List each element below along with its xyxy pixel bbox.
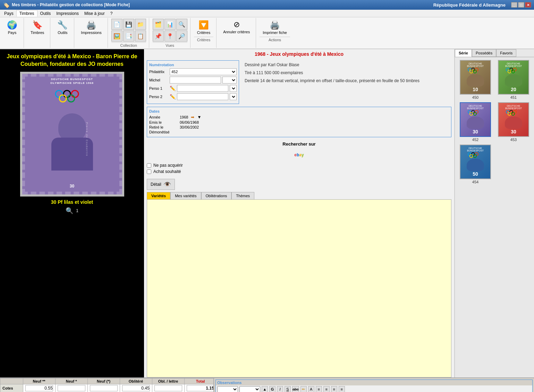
philatelix-select[interactable]: 452: [170, 68, 237, 75]
obs-bold-btn[interactable]: G: [269, 386, 276, 392]
svg-point-21: [510, 110, 513, 113]
minimize-button[interactable]: _: [511, 2, 517, 8]
michel-input[interactable]: [170, 77, 221, 84]
vues-icon-5[interactable]: 📍: [164, 31, 176, 42]
cotes-obl-lettre-input[interactable]: [154, 385, 182, 391]
criteres-button[interactable]: 🔽 Critères: [194, 19, 214, 36]
svg-point-4: [68, 95, 75, 102]
cotes-neuf2-input[interactable]: [25, 385, 53, 391]
detail-button[interactable]: Détail 👁️: [147, 179, 175, 190]
collection-icon-6[interactable]: 📋: [135, 31, 146, 42]
timbres-button[interactable]: 🔖 Timbres: [27, 19, 47, 36]
menu-bar: Pays Timbres Outils Impressions Mise à j…: [0, 10, 534, 17]
tab-themes[interactable]: Thèmes: [231, 192, 254, 199]
obs-up-btn[interactable]: ▲: [262, 386, 268, 392]
achat-souhaite-checkbox[interactable]: [147, 169, 151, 174]
vues-icon-3[interactable]: 🔍: [176, 19, 187, 30]
menu-mise-a-jour[interactable]: Mise à jour: [82, 10, 108, 17]
tab-serie[interactable]: Série: [455, 49, 472, 57]
obs-color-btn[interactable]: ✏: [300, 386, 307, 392]
col-neuf1: Neuf *: [55, 378, 87, 384]
tab-possedes[interactable]: Possédés: [472, 49, 496, 57]
thumb-num-450: 450: [472, 95, 478, 99]
thumbnail-453[interactable]: DEUTSCHE BUNDESPOST 30 453: [496, 102, 531, 142]
obs-font-color-btn[interactable]: A: [308, 386, 314, 392]
perso1-edit-icon[interactable]: ✏️: [170, 86, 176, 91]
cotes-obl-lettre: [152, 384, 184, 392]
perso2-dropdown[interactable]: [230, 93, 237, 100]
close-button[interactable]: ✕: [525, 2, 531, 8]
svg-point-1: [63, 90, 70, 97]
menu-pays[interactable]: Pays: [1, 10, 16, 17]
svg-point-29: [473, 155, 476, 158]
cotes-oblitere-input[interactable]: [122, 385, 150, 391]
perso1-dropdown[interactable]: [230, 85, 237, 92]
ne-pas-acquerir-checkbox[interactable]: [147, 163, 151, 168]
menu-timbres[interactable]: Timbres: [16, 10, 37, 17]
svg-point-26: [472, 153, 475, 156]
obs-underline-btn[interactable]: S: [285, 386, 291, 392]
annuler-criteres-button[interactable]: ⊘ Annuler critères: [220, 19, 253, 35]
maximize-button[interactable]: □: [518, 2, 524, 8]
obs-italic-btn[interactable]: I: [277, 386, 283, 392]
cotes-total-input[interactable]: [187, 385, 213, 391]
obs-align-left-btn[interactable]: ≡: [316, 386, 322, 392]
obs-strikethrough-btn[interactable]: abc: [292, 386, 299, 392]
collection-icon-4[interactable]: 🖼️: [111, 31, 122, 42]
collection-icon-2[interactable]: 💾: [123, 19, 134, 30]
cotes-neuf1-input[interactable]: [58, 385, 85, 391]
obs-align-center-btn[interactable]: ≡: [323, 386, 330, 392]
svg-point-23: [508, 112, 511, 115]
thumb-num-453: 453: [510, 138, 517, 142]
year-arrow[interactable]: ➡: [191, 115, 194, 120]
vues-icon-6[interactable]: 🔎: [176, 31, 187, 42]
thumbnail-452[interactable]: DEUTSCHE BUNDESPOST 30 452: [458, 102, 493, 142]
perso2-edit-icon[interactable]: ✏️: [170, 94, 176, 99]
perso1-input[interactable]: [177, 85, 228, 92]
title-bar: 🏷️ Mes timbres - Philatélix gestion de c…: [0, 0, 534, 10]
thumbnail-454[interactable]: DEUTSCHE BUNDESPOST 50 454: [458, 145, 493, 184]
tab-mes-varietes[interactable]: Mes variétés: [170, 192, 201, 199]
ebay-search-label: Rechercher sur: [147, 141, 451, 147]
obs-size-select[interactable]: [239, 386, 260, 392]
obs-font-select[interactable]: [217, 386, 238, 392]
impressions-button[interactable]: 🖨️ Impressions: [78, 19, 104, 36]
dates-box: Dates Année 1968 ➡ ▼ Emis le 06/06/1968 …: [147, 107, 451, 137]
collection-icon-3[interactable]: 📁: [135, 19, 146, 30]
criteres-section-label: Critères: [194, 37, 214, 42]
tab-favoris[interactable]: Favoris: [496, 49, 516, 57]
table-row-cotes: Cotes: [0, 384, 214, 392]
perso2-input[interactable]: [177, 93, 228, 100]
svg-point-0: [56, 90, 62, 97]
outils-button[interactable]: 🔧 Outils: [54, 19, 71, 36]
cotes-neuf0-input[interactable]: [90, 385, 118, 391]
ne-pas-acquerir-label: Ne pas acquérir: [153, 163, 183, 168]
vues-icon-1[interactable]: 🗂️: [153, 19, 164, 30]
stamp-bundespost-text: DEUTSCHE BUNDESPOSTOLYMPISCHE SPIELE 196…: [50, 77, 94, 85]
thumbnail-451[interactable]: DEUTSCHE BUNDESPOST 20 451: [496, 60, 531, 99]
observations-title: Observations: [216, 380, 532, 385]
michel-dropdown[interactable]: [222, 77, 237, 84]
menu-impressions[interactable]: Impressions: [53, 10, 82, 17]
tab-varietes[interactable]: Variétés: [147, 192, 170, 199]
svg-point-11: [510, 68, 513, 71]
pays-button[interactable]: 🌍 Pays: [3, 19, 21, 36]
collection-icon-5[interactable]: 📑: [123, 31, 134, 42]
obs-align-justify-btn[interactable]: ≡: [339, 386, 345, 392]
zoom-icon[interactable]: 🔍: [66, 207, 73, 215]
collection-icon-1[interactable]: 📄: [111, 19, 122, 30]
cotes-neuf0: [87, 384, 120, 392]
imprimer-fiche-button[interactable]: 🖨️ Imprimer fiche: [260, 19, 290, 36]
toolbar-timbres-section: 🔖 Timbres: [25, 18, 50, 48]
vues-icon-4[interactable]: 📌: [153, 31, 164, 42]
observations-section: Observations ▲ G I S abc ✏ A ≡ ≡ ≡ ≡: [215, 380, 533, 392]
ebay-logo[interactable]: ebay: [147, 148, 451, 159]
thumbnail-450[interactable]: DEUTSCHE BUNDESPOST 10 450: [458, 60, 493, 99]
vues-icon-2[interactable]: 📊: [164, 19, 176, 30]
year-dropdown-icon[interactable]: ▼: [197, 115, 201, 120]
menu-outils[interactable]: Outils: [37, 10, 54, 17]
svg-point-6: [472, 68, 475, 71]
tab-obliterations[interactable]: Oblitérations: [201, 192, 232, 199]
menu-help[interactable]: ?: [108, 10, 116, 17]
obs-align-right-btn[interactable]: ≡: [331, 386, 337, 392]
